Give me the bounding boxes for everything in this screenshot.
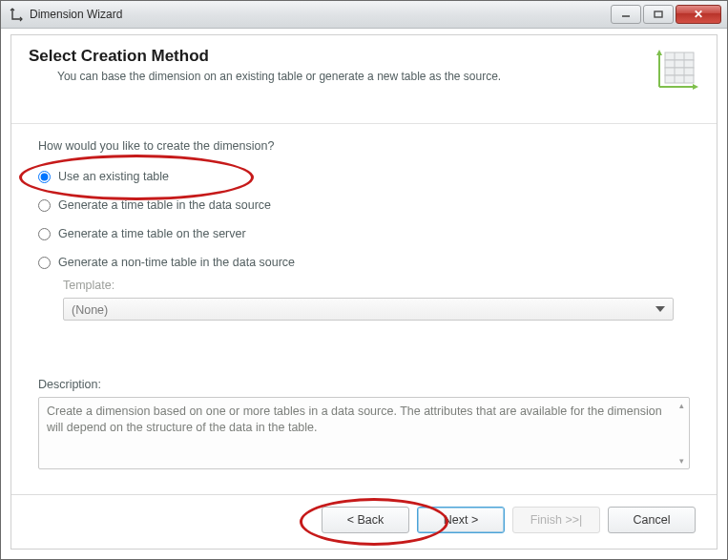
svg-marker-8 xyxy=(656,50,662,55)
maximize-button[interactable] xyxy=(643,5,674,24)
radio-time-table-server[interactable] xyxy=(38,228,51,240)
dimension-cube-icon xyxy=(652,47,701,96)
description-text: Create a dimension based on one or more … xyxy=(47,404,662,434)
svg-rect-2 xyxy=(665,52,694,60)
scroll-down-icon[interactable]: ▾ xyxy=(676,455,687,467)
dimension-wizard-window: Dimension Wizard ✕ Select Creation Metho… xyxy=(0,0,728,560)
option-nontime-table-label: Generate a non-time table in the data so… xyxy=(58,256,295,269)
option-nontime-table[interactable]: Generate a non-time table in the data so… xyxy=(38,256,690,269)
options-group: Use an existing table Generate a time ta… xyxy=(38,170,690,269)
radio-nontime-table[interactable] xyxy=(38,257,51,269)
cancel-button[interactable]: Cancel xyxy=(608,507,696,533)
titlebar: Dimension Wizard ✕ xyxy=(1,1,727,29)
option-time-table-server-label: Generate a time table on the server xyxy=(58,227,246,240)
radio-existing-table[interactable] xyxy=(38,171,51,183)
svg-rect-3 xyxy=(665,60,694,68)
template-selected-value: (None) xyxy=(72,303,108,317)
wizard-header: Select Creation Method You can base the … xyxy=(11,35,717,124)
description-box: Create a dimension based on one or more … xyxy=(38,397,690,469)
window-title: Dimension Wizard xyxy=(30,8,609,21)
option-time-table-source-label: Generate a time table in the data source xyxy=(58,198,271,212)
option-time-table-source[interactable]: Generate a time table in the data source xyxy=(38,198,690,212)
option-existing-table[interactable]: Use an existing table xyxy=(38,170,690,183)
template-dropdown[interactable]: (None) xyxy=(63,298,674,321)
page-title: Select Creation Method xyxy=(29,47,699,66)
window-controls: ✕ xyxy=(609,5,721,24)
template-label: Template: xyxy=(63,279,690,292)
radio-time-table-source[interactable] xyxy=(38,199,51,212)
minimize-button[interactable] xyxy=(611,5,641,24)
page-subtitle: You can base the dimension on an existin… xyxy=(57,70,592,83)
close-button[interactable]: ✕ xyxy=(676,5,721,24)
wizard-content: How would you like to create the dimensi… xyxy=(11,124,717,494)
wizard-body: Select Creation Method You can base the … xyxy=(10,34,718,550)
option-time-table-server[interactable]: Generate a time table on the server xyxy=(38,227,690,240)
question-label: How would you like to create the dimensi… xyxy=(38,139,690,153)
app-icon xyxy=(9,7,24,22)
scroll-up-icon[interactable]: ▴ xyxy=(676,400,687,411)
svg-rect-5 xyxy=(665,75,694,83)
description-label: Description: xyxy=(38,378,690,391)
svg-marker-9 xyxy=(693,84,698,90)
chevron-down-icon xyxy=(655,306,665,312)
svg-rect-4 xyxy=(665,68,694,75)
option-existing-table-label: Use an existing table xyxy=(58,170,169,183)
template-block: Template: (None) xyxy=(63,279,690,321)
finish-button: Finish >>| xyxy=(512,507,600,533)
back-button[interactable]: < Back xyxy=(322,507,409,533)
wizard-button-bar: < Back Next > Finish >>| Cancel xyxy=(11,494,717,549)
svg-rect-1 xyxy=(655,11,662,17)
next-button[interactable]: Next > xyxy=(417,507,505,533)
